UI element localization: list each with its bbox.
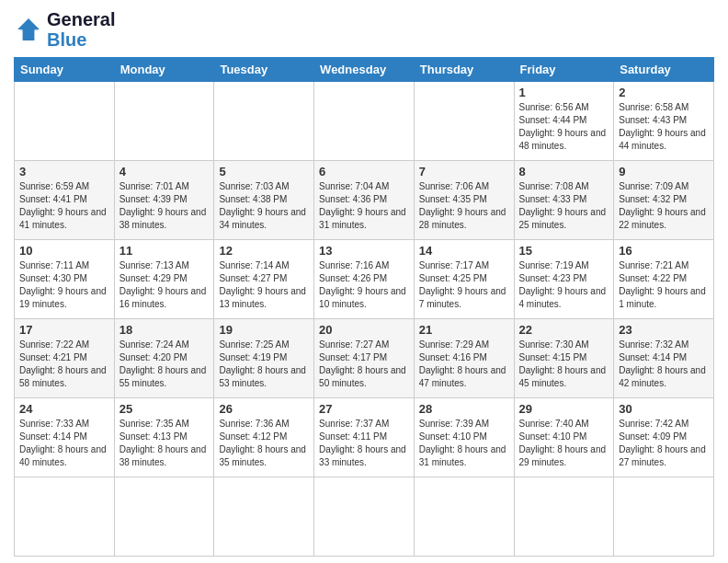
empty-cell — [314, 477, 415, 557]
day-info: Sunrise: 7:25 AM Sunset: 4:19 PM Dayligh… — [219, 339, 309, 390]
day-cell-22: 22Sunrise: 7:30 AM Sunset: 4:15 PM Dayli… — [514, 319, 614, 398]
day-cell-7: 7Sunrise: 7:06 AM Sunset: 4:35 PM Daylig… — [414, 161, 514, 240]
day-cell-24: 24Sunrise: 7:33 AM Sunset: 4:14 PM Dayli… — [15, 398, 115, 477]
calendar-row: 3Sunrise: 6:59 AM Sunset: 4:41 PM Daylig… — [15, 161, 714, 240]
day-info: Sunrise: 7:11 AM Sunset: 4:30 PM Dayligh… — [19, 259, 109, 311]
weekday-header-saturday: Saturday — [614, 58, 714, 82]
day-cell-1: 1Sunrise: 6:56 AM Sunset: 4:44 PM Daylig… — [514, 82, 614, 161]
day-number: 24 — [19, 402, 109, 416]
day-cell-13: 13Sunrise: 7:16 AM Sunset: 4:26 PM Dayli… — [314, 240, 415, 319]
day-cell-29: 29Sunrise: 7:40 AM Sunset: 4:10 PM Dayli… — [514, 398, 614, 477]
day-cell-3: 3Sunrise: 6:59 AM Sunset: 4:41 PM Daylig… — [15, 161, 115, 240]
empty-cell — [614, 477, 714, 557]
day-number: 17 — [19, 323, 109, 337]
day-cell-18: 18Sunrise: 7:24 AM Sunset: 4:20 PM Dayli… — [114, 319, 214, 398]
day-info: Sunrise: 7:24 AM Sunset: 4:20 PM Dayligh… — [119, 339, 210, 390]
day-info: Sunrise: 7:27 AM Sunset: 4:17 PM Dayligh… — [319, 339, 409, 390]
header: General Blue — [14, 9, 714, 50]
day-cell-16: 16Sunrise: 7:21 AM Sunset: 4:22 PM Dayli… — [614, 240, 714, 319]
day-cell-8: 8Sunrise: 7:08 AM Sunset: 4:33 PM Daylig… — [514, 161, 614, 240]
day-number: 6 — [319, 165, 409, 178]
empty-cell — [514, 477, 614, 557]
day-info: Sunrise: 7:01 AM Sunset: 4:39 PM Dayligh… — [119, 180, 210, 232]
day-number: 29 — [519, 402, 609, 416]
empty-cell — [214, 82, 314, 161]
day-info: Sunrise: 7:16 AM Sunset: 4:26 PM Dayligh… — [319, 259, 409, 311]
weekday-header-monday: Monday — [114, 58, 214, 82]
weekday-header-thursday: Thursday — [414, 58, 514, 82]
day-number: 10 — [19, 244, 109, 258]
day-info: Sunrise: 6:56 AM Sunset: 4:44 PM Dayligh… — [519, 101, 609, 153]
day-cell-10: 10Sunrise: 7:11 AM Sunset: 4:30 PM Dayli… — [15, 240, 115, 319]
day-number: 8 — [519, 165, 609, 178]
day-info: Sunrise: 7:21 AM Sunset: 4:22 PM Dayligh… — [619, 259, 709, 311]
day-cell-19: 19Sunrise: 7:25 AM Sunset: 4:19 PM Dayli… — [214, 319, 314, 398]
day-info: Sunrise: 7:36 AM Sunset: 4:12 PM Dayligh… — [219, 418, 309, 469]
day-cell-21: 21Sunrise: 7:29 AM Sunset: 4:16 PM Dayli… — [414, 319, 514, 398]
day-cell-9: 9Sunrise: 7:09 AM Sunset: 4:32 PM Daylig… — [614, 161, 714, 240]
day-number: 30 — [619, 402, 709, 416]
weekday-header-tuesday: Tuesday — [214, 58, 314, 82]
empty-cell — [314, 82, 415, 161]
day-cell-11: 11Sunrise: 7:13 AM Sunset: 4:29 PM Dayli… — [114, 240, 214, 319]
day-cell-12: 12Sunrise: 7:14 AM Sunset: 4:27 PM Dayli… — [214, 240, 314, 319]
day-info: Sunrise: 7:14 AM Sunset: 4:27 PM Dayligh… — [219, 259, 309, 311]
day-cell-15: 15Sunrise: 7:19 AM Sunset: 4:23 PM Dayli… — [514, 240, 614, 319]
calendar-body: 1Sunrise: 6:56 AM Sunset: 4:44 PM Daylig… — [15, 82, 714, 557]
day-number: 25 — [119, 402, 210, 416]
day-cell-30: 30Sunrise: 7:42 AM Sunset: 4:09 PM Dayli… — [614, 398, 714, 477]
day-info: Sunrise: 7:13 AM Sunset: 4:29 PM Dayligh… — [119, 259, 210, 311]
day-number: 11 — [119, 244, 210, 258]
day-info: Sunrise: 7:29 AM Sunset: 4:16 PM Dayligh… — [419, 339, 509, 390]
day-info: Sunrise: 7:03 AM Sunset: 4:38 PM Dayligh… — [219, 180, 309, 232]
weekday-header-friday: Friday — [514, 58, 614, 82]
day-cell-23: 23Sunrise: 7:32 AM Sunset: 4:14 PM Dayli… — [614, 319, 714, 398]
day-number: 12 — [219, 244, 309, 258]
day-number: 22 — [519, 323, 609, 337]
day-info: Sunrise: 7:33 AM Sunset: 4:14 PM Dayligh… — [19, 418, 109, 469]
day-info: Sunrise: 7:19 AM Sunset: 4:23 PM Dayligh… — [519, 259, 609, 311]
day-number: 13 — [319, 244, 409, 258]
day-info: Sunrise: 7:17 AM Sunset: 4:25 PM Dayligh… — [419, 259, 509, 311]
day-cell-25: 25Sunrise: 7:35 AM Sunset: 4:13 PM Dayli… — [114, 398, 214, 477]
calendar-row: 24Sunrise: 7:33 AM Sunset: 4:14 PM Dayli… — [15, 398, 714, 477]
day-info: Sunrise: 7:37 AM Sunset: 4:11 PM Dayligh… — [319, 418, 409, 469]
day-cell-27: 27Sunrise: 7:37 AM Sunset: 4:11 PM Dayli… — [314, 398, 415, 477]
empty-cell — [114, 477, 214, 557]
day-number: 2 — [619, 86, 709, 99]
calendar-row: 10Sunrise: 7:11 AM Sunset: 4:30 PM Dayli… — [15, 240, 714, 319]
day-cell-17: 17Sunrise: 7:22 AM Sunset: 4:21 PM Dayli… — [15, 319, 115, 398]
day-number: 16 — [619, 244, 709, 258]
day-cell-2: 2Sunrise: 6:58 AM Sunset: 4:43 PM Daylig… — [614, 82, 714, 161]
empty-cell — [15, 477, 115, 557]
day-info: Sunrise: 7:40 AM Sunset: 4:10 PM Dayligh… — [519, 418, 609, 469]
day-number: 9 — [619, 165, 709, 178]
day-number: 7 — [419, 165, 509, 178]
day-number: 3 — [19, 165, 109, 178]
day-number: 19 — [219, 323, 309, 337]
day-number: 21 — [419, 323, 509, 337]
empty-cell — [414, 82, 514, 161]
day-number: 27 — [319, 402, 409, 416]
day-cell-28: 28Sunrise: 7:39 AM Sunset: 4:10 PM Dayli… — [414, 398, 514, 477]
empty-cell — [15, 82, 115, 161]
logo-blue: Blue — [47, 29, 115, 50]
day-info: Sunrise: 6:58 AM Sunset: 4:43 PM Dayligh… — [619, 101, 709, 153]
day-cell-26: 26Sunrise: 7:36 AM Sunset: 4:12 PM Dayli… — [214, 398, 314, 477]
empty-cell — [414, 477, 514, 557]
calendar-row: 17Sunrise: 7:22 AM Sunset: 4:21 PM Dayli… — [15, 319, 714, 398]
day-info: Sunrise: 7:22 AM Sunset: 4:21 PM Dayligh… — [19, 339, 109, 390]
day-number: 20 — [319, 323, 409, 337]
day-number: 1 — [519, 86, 609, 99]
weekday-header-row: SundayMondayTuesdayWednesdayThursdayFrid… — [15, 58, 714, 82]
logo-general: General — [47, 9, 115, 29]
calendar-row — [15, 477, 714, 557]
weekday-header-sunday: Sunday — [15, 58, 115, 82]
calendar-row: 1Sunrise: 6:56 AM Sunset: 4:44 PM Daylig… — [15, 82, 714, 161]
day-cell-6: 6Sunrise: 7:04 AM Sunset: 4:36 PM Daylig… — [314, 161, 415, 240]
day-info: Sunrise: 7:39 AM Sunset: 4:10 PM Dayligh… — [419, 418, 509, 469]
day-cell-4: 4Sunrise: 7:01 AM Sunset: 4:39 PM Daylig… — [114, 161, 214, 240]
day-info: Sunrise: 7:04 AM Sunset: 4:36 PM Dayligh… — [319, 180, 409, 232]
logo-icon — [14, 15, 43, 44]
weekday-header-wednesday: Wednesday — [314, 58, 415, 82]
